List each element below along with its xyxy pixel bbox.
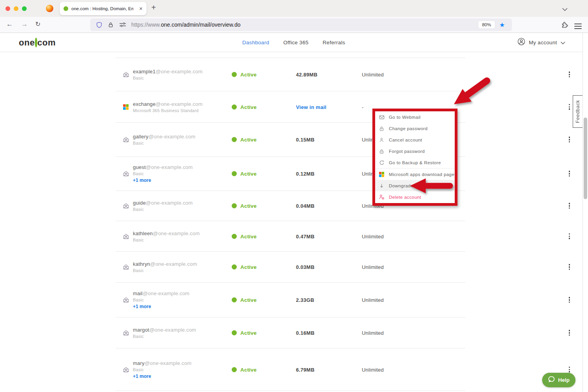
- feedback-tab[interactable]: Feedback: [573, 95, 583, 128]
- status-dot: [232, 367, 237, 372]
- url-text: https://www.one.com/admin/mail/overview.…: [131, 22, 241, 28]
- row-menu-button[interactable]: [567, 102, 572, 113]
- status-cell: Active: [232, 104, 257, 110]
- help-label: Help: [558, 377, 570, 383]
- status-dot: [232, 265, 237, 270]
- account-person-icon: [517, 38, 525, 47]
- more-link[interactable]: +1 more: [133, 374, 191, 379]
- nav-office-365[interactable]: Office 365: [283, 40, 309, 45]
- account-chevron-down-icon: [561, 39, 565, 46]
- list-tabs-chevron-icon[interactable]: [562, 5, 568, 13]
- status-label: Active: [240, 203, 257, 209]
- row-menu-button[interactable]: [567, 327, 572, 338]
- table-row: example1@one-example.comBasicActive42.89…: [116, 58, 465, 91]
- my-account-menu[interactable]: My account: [517, 33, 565, 52]
- plan-label: Basic: [133, 171, 193, 176]
- status-cell: Active: [232, 330, 257, 336]
- usage-value: 2.33GB: [296, 297, 314, 303]
- menu-item-cancel-account[interactable]: Cancel account: [375, 134, 455, 145]
- row-menu-button[interactable]: [567, 134, 572, 145]
- more-link[interactable]: +1 more: [133, 178, 193, 183]
- account-id-cell: guest@one-example.comBasic+1 more: [133, 157, 193, 191]
- plan-label: Basic: [133, 238, 200, 242]
- row-menu-button[interactable]: [567, 69, 572, 80]
- row-menu-button[interactable]: [567, 200, 572, 211]
- usage-value: 0.12MB: [296, 171, 314, 177]
- status-dot: [232, 72, 237, 77]
- email-address: mary@one-example.com: [133, 360, 191, 366]
- person-icon: [379, 137, 385, 143]
- microsoft-icon: [123, 104, 130, 110]
- tracking-protection-shield-icon[interactable]: [96, 22, 102, 28]
- email-address: kathleen@one-example.com: [133, 230, 200, 236]
- menu-item-label: Forgot password: [389, 149, 425, 154]
- account-id-cell: kathryn@one-example.comBasic: [133, 252, 197, 282]
- row-menu-button[interactable]: [567, 294, 572, 305]
- row-menu-button[interactable]: [567, 168, 572, 179]
- status-dot: [232, 298, 237, 303]
- scrollbar-thumb[interactable]: [584, 118, 587, 199]
- row-menu-button[interactable]: [567, 261, 572, 272]
- site-favicon: [64, 6, 68, 11]
- account-id-cell: kathleen@one-example.comBasic: [133, 221, 200, 251]
- forward-button[interactable]: →: [21, 20, 28, 28]
- status-label: Active: [240, 104, 257, 110]
- lock-icon[interactable]: [108, 22, 114, 28]
- close-window-button[interactable]: [5, 6, 10, 11]
- nav-referrals[interactable]: Referrals: [323, 40, 345, 45]
- minimize-window-button[interactable]: [14, 6, 18, 11]
- browser-tab[interactable]: one.com : Hosting, Domain, Ema ✕: [60, 2, 147, 15]
- envelope-icon: [379, 114, 385, 120]
- quota-value: Unlimited: [362, 297, 384, 303]
- table-row: kathleen@one-example.comBasicActive0.47M…: [116, 221, 465, 252]
- menu-item-go-to-webmail[interactable]: Go to Webmail: [375, 111, 455, 123]
- menu-item-label: Downgrade: [389, 183, 413, 188]
- status-cell: Active: [232, 264, 257, 270]
- bookmark-star-icon[interactable]: ★: [499, 21, 505, 29]
- status-label: Active: [240, 367, 257, 372]
- back-button[interactable]: ←: [6, 20, 13, 28]
- email-address: exchange@one-example.com: [133, 101, 203, 107]
- menu-item-go-to-backup-restore[interactable]: Go to Backup & Restore: [375, 157, 455, 169]
- quota-value: Unlimited: [362, 330, 384, 336]
- menu-item-change-password[interactable]: Change password: [375, 123, 455, 134]
- restore-icon: [379, 160, 385, 165]
- hamburger-menu-icon[interactable]: [574, 22, 582, 31]
- reload-button[interactable]: ↻: [35, 20, 40, 28]
- url-bar[interactable]: https://www.one.com/admin/mail/overview.…: [90, 18, 512, 31]
- one-com-logo[interactable]: one.com: [19, 38, 56, 48]
- mailbox-icon: [123, 71, 130, 78]
- plan-label: Basic: [133, 207, 193, 212]
- mailbox-icon: [123, 366, 130, 373]
- new-tab-button[interactable]: +: [151, 3, 156, 12]
- account-id-cell: gallery@one-example.comBasic: [133, 123, 195, 156]
- mailbox-icon: [123, 264, 130, 270]
- arrow-down-icon: [379, 183, 385, 189]
- status-dot: [232, 104, 237, 109]
- menu-item-forgot-password[interactable]: Forgot password: [375, 146, 455, 157]
- padlock-icon: [379, 126, 385, 131]
- more-link[interactable]: +1 more: [133, 304, 189, 309]
- extensions-puzzle-icon[interactable]: [561, 21, 568, 30]
- plan-label: Microsoft 365 Business Standard: [133, 108, 203, 113]
- status-cell: Active: [232, 171, 257, 177]
- maximize-window-button[interactable]: [22, 6, 27, 11]
- email-address: guide@one-example.com: [133, 200, 193, 206]
- help-button[interactable]: Help: [542, 373, 575, 387]
- row-context-menu: Go to WebmailChange passwordCancel accou…: [372, 109, 457, 206]
- permissions-icon[interactable]: [119, 22, 126, 27]
- scrollbar-track[interactable]: [583, 33, 588, 392]
- account-id-cell: mail@one-example.comBasic+1 more: [133, 283, 189, 317]
- menu-item-downgrade[interactable]: Downgrade: [375, 180, 455, 191]
- close-tab-icon[interactable]: ✕: [139, 6, 143, 11]
- menu-item-label: Microsoft apps download page: [389, 172, 454, 177]
- zoom-level-badge[interactable]: 80%: [479, 21, 495, 28]
- mail-overview-content: example1@one-example.comBasicActive42.89…: [0, 52, 583, 392]
- menu-item-delete-account[interactable]: Delete account: [375, 191, 455, 203]
- quota-value: Unlimited: [362, 233, 384, 239]
- row-menu-button[interactable]: [567, 231, 572, 242]
- table-row: kathryn@one-example.comBasicActive0.03MB…: [116, 252, 465, 283]
- view-in-mail-link[interactable]: View in mail: [296, 104, 327, 110]
- nav-dashboard[interactable]: Dashboard: [242, 40, 269, 45]
- menu-item-microsoft-apps-download-page[interactable]: Microsoft apps download page: [375, 169, 455, 180]
